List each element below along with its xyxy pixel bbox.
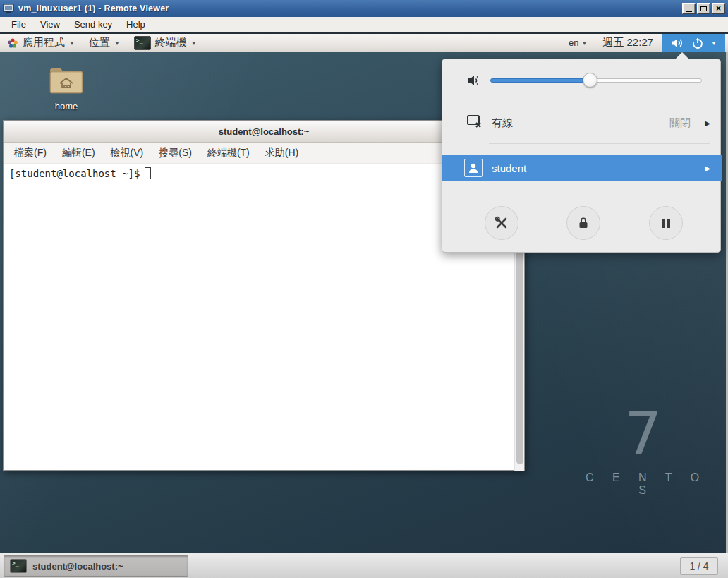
monitor-icon bbox=[3, 4, 14, 13]
chevron-down-icon: ▼ bbox=[711, 39, 717, 47]
terminal-menu-help[interactable]: 求助(H) bbox=[257, 147, 306, 159]
popover-actions bbox=[442, 206, 722, 240]
home-folder-label: home bbox=[41, 101, 92, 112]
chevron-down-icon: ▼ bbox=[581, 39, 587, 47]
wired-network-off-icon bbox=[466, 114, 483, 130]
terminal-icon: >_ bbox=[10, 559, 27, 573]
applications-icon bbox=[7, 37, 18, 49]
submenu-arrow-icon: ▶ bbox=[705, 119, 710, 127]
places-menu[interactable]: 位置 ▼ bbox=[82, 34, 127, 52]
window-title: vm_linuxuser1 (1) - Remote Viewer bbox=[18, 4, 682, 13]
terminal-menu-search[interactable]: 搜尋(S) bbox=[151, 147, 200, 159]
volume-icon bbox=[466, 73, 482, 88]
maximize-icon bbox=[700, 6, 707, 11]
suspend-button[interactable] bbox=[649, 206, 683, 240]
terminal-menu-file[interactable]: 檔案(F) bbox=[6, 147, 54, 159]
terminal-menu-view[interactable]: 檢視(V) bbox=[103, 147, 152, 159]
close-button[interactable]: × bbox=[712, 3, 725, 14]
terminal-menu-edit[interactable]: 編輯(E) bbox=[54, 147, 103, 159]
user-row[interactable]: student ▶ bbox=[442, 155, 722, 181]
active-app-label: 終端機 bbox=[155, 36, 187, 49]
remote-viewer-window: vm_linuxuser1 (1) - Remote Viewer × File… bbox=[0, 0, 728, 578]
terminal-cursor bbox=[145, 167, 151, 179]
power-icon bbox=[691, 37, 704, 49]
close-icon: × bbox=[716, 5, 721, 12]
minimize-button[interactable] bbox=[682, 3, 696, 14]
volume-row bbox=[442, 68, 722, 94]
user-label: student bbox=[492, 162, 526, 174]
folder-icon bbox=[47, 65, 85, 96]
rv-menubar: File View Send key Help bbox=[0, 17, 728, 32]
applications-menu[interactable]: 應用程式 ▼ bbox=[0, 34, 82, 52]
applications-label: 應用程式 bbox=[23, 36, 65, 49]
watermark-number: 7 bbox=[573, 405, 714, 462]
menu-view[interactable]: View bbox=[35, 18, 66, 31]
clock[interactable]: 週五 22:27 bbox=[594, 34, 662, 52]
workspace-indicator[interactable]: 1 / 4 bbox=[680, 557, 718, 575]
volume-slider[interactable] bbox=[490, 78, 702, 83]
chevron-down-icon: ▼ bbox=[191, 39, 197, 47]
vm-display: 應用程式 ▼ 位置 ▼ >_ 終端機 ▼ en ▼ 週五 22:27 bbox=[0, 32, 728, 578]
system-status-popover: 有線 關閉 ▶ student ▶ bbox=[442, 59, 721, 253]
keyboard-layout-menu[interactable]: en ▼ bbox=[562, 34, 594, 52]
chevron-down-icon: ▼ bbox=[114, 39, 120, 47]
taskbar-task-label: student@localhost:~ bbox=[32, 561, 123, 572]
volume-slider-handle[interactable] bbox=[583, 73, 597, 88]
minimize-icon bbox=[686, 11, 692, 12]
network-row[interactable]: 有線 關閉 ▶ bbox=[442, 102, 722, 143]
active-app-menu[interactable]: >_ 終端機 ▼ bbox=[127, 34, 204, 52]
menu-send-key[interactable]: Send key bbox=[68, 18, 118, 31]
separator bbox=[489, 143, 710, 144]
rv-titlebar[interactable]: vm_linuxuser1 (1) - Remote Viewer × bbox=[0, 0, 728, 17]
gnome-top-bar: 應用程式 ▼ 位置 ▼ >_ 終端機 ▼ en ▼ 週五 22:27 bbox=[0, 32, 728, 52]
submenu-arrow-icon: ▶ bbox=[705, 164, 710, 172]
centos-watermark: 7 C E N T O S bbox=[573, 405, 714, 497]
speaker-icon bbox=[670, 37, 684, 49]
terminal-icon: >_ bbox=[134, 36, 151, 50]
pause-icon bbox=[662, 219, 670, 228]
taskbar-task-button[interactable]: >_ student@localhost:~ bbox=[4, 555, 188, 577]
shell-prompt: [student@localhost ~]$ bbox=[9, 168, 140, 179]
person-icon bbox=[467, 162, 480, 174]
watermark-brand: C E N T O S bbox=[573, 471, 714, 497]
lock-button[interactable] bbox=[566, 206, 600, 240]
terminal-title: student@localhost:~ bbox=[219, 126, 310, 137]
network-label: 有線 bbox=[492, 116, 513, 130]
network-status: 關閉 bbox=[669, 116, 691, 130]
popover-pointer bbox=[675, 52, 689, 59]
volume-slider-fill bbox=[490, 78, 590, 83]
terminal-menu-terminal[interactable]: 終端機(T) bbox=[200, 147, 257, 159]
maximize-button[interactable] bbox=[697, 3, 710, 14]
menu-file[interactable]: File bbox=[6, 18, 32, 31]
lock-icon bbox=[576, 216, 590, 230]
keyboard-layout-label: en bbox=[569, 37, 578, 48]
home-folder-icon[interactable]: home bbox=[41, 65, 92, 112]
settings-button[interactable] bbox=[485, 206, 518, 240]
places-label: 位置 bbox=[89, 36, 110, 49]
user-avatar bbox=[464, 159, 483, 177]
chevron-down-icon: ▼ bbox=[69, 39, 75, 47]
menu-help[interactable]: Help bbox=[121, 18, 151, 31]
system-status-menu[interactable]: ▼ bbox=[662, 34, 725, 52]
tools-icon bbox=[494, 215, 509, 231]
window-list-taskbar: >_ student@localhost:~ 1 / 4 bbox=[0, 553, 728, 578]
